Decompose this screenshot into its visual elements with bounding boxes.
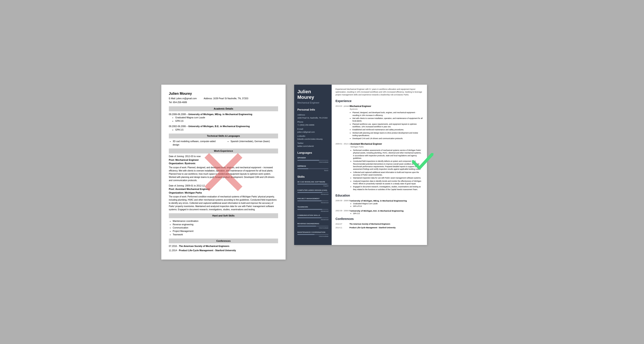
technical-header: Technical Skills & Languages [169,134,278,138]
skills-title: Skills [297,175,328,179]
hardsoft-header: Hard and Soft Skills [169,213,278,218]
conf-entry-right: 2014-11 Product Life-Cycle Management - … [336,226,423,229]
email-value: julien.m@gmail.com [297,131,328,134]
skill-item: MAINTENANCE COORDINATION Intermediate [297,231,328,238]
skill-item: COMPUTER-AIDED DESIGN (CAD) Advanced [297,189,328,196]
work-entry-1: Date of Joining: 2012-03 to now Post: Me… [169,155,278,182]
conf-entry-right: 2016-07 The American Society of Mechanic… [336,223,423,225]
summary: Experienced Mechanical Engineer with 5+ … [336,88,423,96]
languages-title: Languages [297,151,328,155]
education-entry: 2002-09 - 2006-06 University of Michigan… [336,209,423,215]
address-label: Address [297,114,328,116]
conferences-header: Conferences [169,239,278,243]
personal-info-section: Personal Info Address 1839 Pearl St, Nas… [297,108,328,148]
linkedin-label: LinkedIn [297,135,328,138]
twitter-value: twitter.com/JulienM [297,145,328,148]
skill-item: COMMUNICATION SKILLS Advanced [297,214,328,221]
soft-skill-item: Maintenance coordination [173,219,278,223]
conf-entry: 11.2014 - Product Life-Cycle Management … [169,249,278,252]
page-container: Julien Mourey E-Mail: julien.m@gmail.com… [161,85,483,259]
skill-item: TEAMWORK Advanced [297,206,328,212]
phone-label: Phone [297,121,328,123]
experience-entry: 2013-02 - present Mechanical Engineer By… [336,105,423,140]
edu-entry-1: 09.2006-06.2008 – University of Michigan… [169,113,278,123]
work-entry-2: Date of Joining: 2009-01 to 2012-12 Post… [169,184,278,211]
language-item: GERMAN Basic [297,165,328,172]
skill-item: PROJECT MANAGEMENT Advanced [297,197,328,204]
soft-skill-item: Communication [173,226,278,230]
right-main: Experienced Mechanical Engineer with 5+ … [332,85,427,245]
sidebar-header: Julien Mourey Mechanical Engineer [297,89,328,105]
right-title: Mechanical Engineer [297,101,328,105]
academic-header: Academic Details [169,106,278,111]
resume-left: Julien Mourey E-Mail: julien.m@gmail.com… [161,85,286,259]
soft-skills-list: Maintenance coordinationReverse engineer… [169,219,278,236]
phone-value: +1 (654) 259-46896 [297,124,328,126]
left-email: E-Mail: julien.m@gmail.com Address: 1639… [169,97,278,100]
personal-info-title: Personal Info [297,108,328,112]
conf-entry: 07.2016 - The American Society of Mechan… [169,244,278,248]
experience-entry: 2009-01 - 2012-12 Assistant Mechanical E… [336,143,423,191]
right-name: Julien Mourey [297,89,328,100]
email-label: E-mail [297,128,328,131]
left-name: Julien Mourey [169,91,278,96]
soft-skill-item: Reverse engineering [173,223,278,226]
address-value: 1839 Pearl St, Nashville, TN 37203 [297,117,328,119]
skills-row: 3D cad modeling software, computer-aided… [169,140,278,147]
twitter-label: Twitter [297,142,328,145]
resume-right: Julien Mourey Mechanical Engineer Person… [294,85,427,245]
conferences-list: 07.2016 - The American Society of Mechan… [169,244,278,252]
conferences-title-right: Conferences [336,217,423,221]
skills-section: Skills 3D CAD MODELING SOFTWARE Expert C… [297,175,328,238]
education-entry: 2006-09 - 2008-06 University of Michigan… [336,199,423,207]
skill-item: 3D CAD MODELING SOFTWARE Expert [297,181,328,187]
language-item: SPANISH Intermediate [297,156,328,164]
experience-title: Experience [336,99,423,103]
linkedin-value: linkedin.com/in/Julien.Mourey [297,138,328,141]
left-tel: Tel: 654-258-4689 [169,101,278,104]
soft-skill-item: Project Management [173,230,278,233]
soft-skill-item: Teamwork [173,233,278,236]
work-header: Work Experience [169,149,278,153]
right-sidebar: Julien Mourey Mechanical Engineer Person… [294,85,332,245]
skill-item: REVERSE ENGINEERING Intermediate [297,222,328,229]
edu-entry-2: 09.2002-06.2006 – University of Michigan… [169,125,278,132]
languages-section: Languages SPANISH Intermediate GERMAN Ba… [297,151,328,172]
education-title: Education [336,193,423,198]
